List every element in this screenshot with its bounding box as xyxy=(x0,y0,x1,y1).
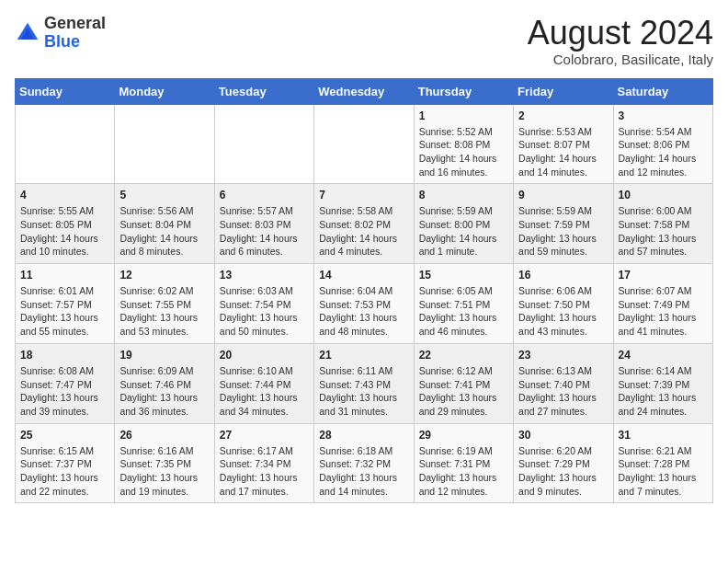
day-info: Sunrise: 6:17 AM Sunset: 7:34 PM Dayligh… xyxy=(220,444,309,499)
day-number: 17 xyxy=(619,269,708,282)
calendar-cell: 1Sunrise: 5:52 AM Sunset: 8:08 PM Daylig… xyxy=(414,104,513,184)
calendar-cell: 31Sunrise: 6:21 AM Sunset: 7:28 PM Dayli… xyxy=(613,423,712,503)
calendar-cell xyxy=(214,104,313,184)
day-number: 31 xyxy=(619,429,708,442)
calendar-cell: 6Sunrise: 5:57 AM Sunset: 8:03 PM Daylig… xyxy=(214,184,313,264)
calendar-cell: 17Sunrise: 6:07 AM Sunset: 7:49 PM Dayli… xyxy=(613,264,712,344)
day-info: Sunrise: 6:00 AM Sunset: 7:58 PM Dayligh… xyxy=(619,204,708,259)
location: Colobraro, Basilicate, Italy xyxy=(528,52,713,67)
header-day-friday: Friday xyxy=(514,78,613,104)
day-info: Sunrise: 6:03 AM Sunset: 7:54 PM Dayligh… xyxy=(220,284,309,339)
day-info: Sunrise: 5:59 AM Sunset: 7:59 PM Dayligh… xyxy=(518,204,608,259)
calendar-cell: 9Sunrise: 5:59 AM Sunset: 7:59 PM Daylig… xyxy=(514,184,613,264)
week-row: 4Sunrise: 5:55 AM Sunset: 8:05 PM Daylig… xyxy=(16,184,713,264)
calendar-cell: 4Sunrise: 5:55 AM Sunset: 8:05 PM Daylig… xyxy=(16,184,115,264)
day-info: Sunrise: 6:12 AM Sunset: 7:41 PM Dayligh… xyxy=(419,364,508,419)
day-number: 20 xyxy=(220,349,309,362)
day-number: 24 xyxy=(619,349,708,362)
day-info: Sunrise: 6:11 AM Sunset: 7:43 PM Dayligh… xyxy=(319,364,408,419)
day-number: 13 xyxy=(220,269,309,282)
header-day-sunday: Sunday xyxy=(16,78,115,104)
logo: General Blue xyxy=(15,15,106,52)
day-number: 11 xyxy=(20,269,109,282)
calendar-header: SundayMondayTuesdayWednesdayThursdayFrid… xyxy=(16,78,713,104)
day-info: Sunrise: 6:19 AM Sunset: 7:31 PM Dayligh… xyxy=(419,444,508,499)
calendar-cell: 19Sunrise: 6:09 AM Sunset: 7:46 PM Dayli… xyxy=(115,343,214,423)
calendar-cell xyxy=(314,104,414,184)
day-info: Sunrise: 5:58 AM Sunset: 8:02 PM Dayligh… xyxy=(319,204,408,259)
day-info: Sunrise: 6:09 AM Sunset: 7:46 PM Dayligh… xyxy=(119,364,209,419)
day-info: Sunrise: 6:15 AM Sunset: 7:37 PM Dayligh… xyxy=(20,444,109,499)
day-number: 3 xyxy=(619,109,708,122)
day-info: Sunrise: 6:06 AM Sunset: 7:50 PM Dayligh… xyxy=(518,284,608,339)
day-info: Sunrise: 6:01 AM Sunset: 7:57 PM Dayligh… xyxy=(20,284,109,339)
day-number: 12 xyxy=(119,269,209,282)
calendar-cell: 15Sunrise: 6:05 AM Sunset: 7:51 PM Dayli… xyxy=(414,264,513,344)
calendar-cell: 29Sunrise: 6:19 AM Sunset: 7:31 PM Dayli… xyxy=(414,423,513,503)
day-number: 5 xyxy=(119,189,209,201)
calendar-cell: 7Sunrise: 5:58 AM Sunset: 8:02 PM Daylig… xyxy=(314,184,414,264)
day-number: 4 xyxy=(20,189,109,201)
day-number: 22 xyxy=(419,349,508,362)
calendar-body: 1Sunrise: 5:52 AM Sunset: 8:08 PM Daylig… xyxy=(16,104,713,503)
day-number: 10 xyxy=(619,189,708,201)
day-number: 14 xyxy=(319,269,408,282)
calendar-cell: 3Sunrise: 5:54 AM Sunset: 8:06 PM Daylig… xyxy=(613,104,712,184)
calendar-cell: 26Sunrise: 6:16 AM Sunset: 7:35 PM Dayli… xyxy=(115,423,214,503)
week-row: 11Sunrise: 6:01 AM Sunset: 7:57 PM Dayli… xyxy=(16,264,713,344)
week-row: 1Sunrise: 5:52 AM Sunset: 8:08 PM Daylig… xyxy=(16,104,713,184)
calendar-cell: 5Sunrise: 5:56 AM Sunset: 8:04 PM Daylig… xyxy=(115,184,214,264)
day-number: 30 xyxy=(518,429,608,442)
day-number: 26 xyxy=(119,429,209,442)
day-info: Sunrise: 5:57 AM Sunset: 8:03 PM Dayligh… xyxy=(220,204,309,259)
calendar-cell: 11Sunrise: 6:01 AM Sunset: 7:57 PM Dayli… xyxy=(16,264,115,344)
day-info: Sunrise: 5:53 AM Sunset: 8:07 PM Dayligh… xyxy=(518,125,608,179)
day-number: 18 xyxy=(20,349,109,362)
day-info: Sunrise: 5:52 AM Sunset: 8:08 PM Dayligh… xyxy=(419,125,508,179)
month-title: August 2024 xyxy=(528,15,713,52)
calendar: SundayMondayTuesdayWednesdayThursdayFrid… xyxy=(15,78,713,504)
calendar-cell: 8Sunrise: 5:59 AM Sunset: 8:00 PM Daylig… xyxy=(414,184,513,264)
day-info: Sunrise: 6:05 AM Sunset: 7:51 PM Dayligh… xyxy=(419,284,508,339)
calendar-cell: 30Sunrise: 6:20 AM Sunset: 7:29 PM Dayli… xyxy=(514,423,613,503)
day-number: 25 xyxy=(20,429,109,442)
calendar-cell: 23Sunrise: 6:13 AM Sunset: 7:40 PM Dayli… xyxy=(514,343,613,423)
day-info: Sunrise: 6:08 AM Sunset: 7:47 PM Dayligh… xyxy=(20,364,109,419)
day-info: Sunrise: 6:10 AM Sunset: 7:44 PM Dayligh… xyxy=(220,364,309,419)
week-row: 18Sunrise: 6:08 AM Sunset: 7:47 PM Dayli… xyxy=(16,343,713,423)
day-number: 29 xyxy=(419,429,508,442)
calendar-cell: 16Sunrise: 6:06 AM Sunset: 7:50 PM Dayli… xyxy=(514,264,613,344)
calendar-cell: 12Sunrise: 6:02 AM Sunset: 7:55 PM Dayli… xyxy=(115,264,214,344)
calendar-cell: 20Sunrise: 6:10 AM Sunset: 7:44 PM Dayli… xyxy=(214,343,313,423)
calendar-cell: 24Sunrise: 6:14 AM Sunset: 7:39 PM Dayli… xyxy=(613,343,712,423)
day-info: Sunrise: 6:18 AM Sunset: 7:32 PM Dayligh… xyxy=(319,444,408,499)
day-number: 23 xyxy=(518,349,608,362)
day-info: Sunrise: 5:54 AM Sunset: 8:06 PM Dayligh… xyxy=(619,125,708,179)
logo-text: General Blue xyxy=(44,15,106,52)
calendar-cell: 22Sunrise: 6:12 AM Sunset: 7:41 PM Dayli… xyxy=(414,343,513,423)
day-number: 19 xyxy=(119,349,209,362)
header-day-monday: Monday xyxy=(115,78,214,104)
header-day-thursday: Thursday xyxy=(414,78,513,104)
header-day-tuesday: Tuesday xyxy=(214,78,313,104)
day-number: 1 xyxy=(419,109,508,122)
calendar-cell: 2Sunrise: 5:53 AM Sunset: 8:07 PM Daylig… xyxy=(514,104,613,184)
header-day-saturday: Saturday xyxy=(613,78,712,104)
calendar-cell: 27Sunrise: 6:17 AM Sunset: 7:34 PM Dayli… xyxy=(214,423,313,503)
day-number: 16 xyxy=(518,269,608,282)
calendar-cell: 13Sunrise: 6:03 AM Sunset: 7:54 PM Dayli… xyxy=(214,264,313,344)
calendar-cell: 21Sunrise: 6:11 AM Sunset: 7:43 PM Dayli… xyxy=(314,343,414,423)
day-number: 21 xyxy=(319,349,408,362)
day-info: Sunrise: 6:04 AM Sunset: 7:53 PM Dayligh… xyxy=(319,284,408,339)
calendar-cell: 10Sunrise: 6:00 AM Sunset: 7:58 PM Dayli… xyxy=(613,184,712,264)
day-info: Sunrise: 6:13 AM Sunset: 7:40 PM Dayligh… xyxy=(518,364,608,419)
calendar-cell: 18Sunrise: 6:08 AM Sunset: 7:47 PM Dayli… xyxy=(16,343,115,423)
calendar-cell: 28Sunrise: 6:18 AM Sunset: 7:32 PM Dayli… xyxy=(314,423,414,503)
day-info: Sunrise: 5:56 AM Sunset: 8:04 PM Dayligh… xyxy=(119,204,209,259)
day-info: Sunrise: 6:16 AM Sunset: 7:35 PM Dayligh… xyxy=(119,444,209,499)
day-info: Sunrise: 6:14 AM Sunset: 7:39 PM Dayligh… xyxy=(619,364,708,419)
week-row: 25Sunrise: 6:15 AM Sunset: 7:37 PM Dayli… xyxy=(16,423,713,503)
day-number: 9 xyxy=(518,189,608,201)
calendar-cell: 14Sunrise: 6:04 AM Sunset: 7:53 PM Dayli… xyxy=(314,264,414,344)
day-number: 27 xyxy=(220,429,309,442)
